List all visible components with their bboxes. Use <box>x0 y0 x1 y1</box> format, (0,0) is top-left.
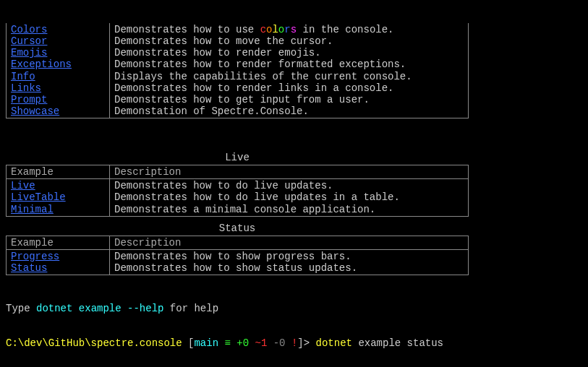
header-description: Description <box>110 236 469 249</box>
example-link[interactable]: Cursor <box>11 35 47 47</box>
example-link[interactable]: LiveTable <box>11 191 66 203</box>
example-link[interactable]: Live <box>11 180 35 191</box>
description-cell: Demonstrates how to show progress bars.D… <box>110 249 469 275</box>
top-examples-table: ColorsCursorEmojisExceptionsInfoLinksPro… <box>6 23 469 118</box>
example-link[interactable]: Status <box>11 262 47 274</box>
typed-command: dotnet <box>316 337 352 349</box>
table-header-row: ExampleDescription <box>7 165 469 179</box>
prompt-path: C:\dev\GitHub\spectre.console <box>6 337 182 349</box>
table-row: LiveLiveTableMinimalDemonstrates how to … <box>7 179 469 216</box>
example-link[interactable]: Progress <box>11 251 59 262</box>
help-command: dotnet example --help <box>36 303 163 314</box>
header-example: Example <box>7 236 110 249</box>
example-link[interactable]: Links <box>11 82 41 94</box>
example-link[interactable]: Showcase <box>11 105 59 117</box>
example-link[interactable]: Emojis <box>11 47 47 59</box>
git-branch: main <box>194 337 218 349</box>
example-link[interactable]: Prompt <box>11 94 47 105</box>
table-header-row: ExampleDescription <box>7 236 469 249</box>
example-link[interactable]: Minimal <box>11 204 54 215</box>
example-cell: ColorsCursorEmojisExceptionsInfoLinksPro… <box>7 23 110 118</box>
description-cell: Demonstrates how to use colors in the co… <box>110 23 469 118</box>
example-link[interactable]: Info <box>11 71 35 82</box>
typed-args: example status <box>358 337 443 349</box>
example-link[interactable]: Colors <box>11 24 47 35</box>
terminal-output: ColorsCursorEmojisExceptionsInfoLinksPro… <box>0 0 588 367</box>
examples-table: ExampleDescriptionProgressStatusDemonstr… <box>6 236 469 275</box>
table-row: ProgressStatusDemonstrates how to show p… <box>7 249 469 275</box>
section-title: Status <box>6 223 469 234</box>
examples-table: ExampleDescriptionLiveLiveTableMinimalDe… <box>6 165 469 216</box>
header-example: Example <box>7 165 110 179</box>
example-link[interactable]: Exceptions <box>11 59 72 70</box>
help-line: Type dotnet example --help for help <box>6 303 582 314</box>
description-cell: Demonstrates how to do live updates.Demo… <box>110 179 469 216</box>
prompt-line[interactable]: C:\dev\GitHub\spectre.console [main ≡ +0… <box>6 337 582 349</box>
example-cell: ProgressStatus <box>7 249 110 275</box>
section-title: Live <box>6 152 469 163</box>
table-row: ColorsCursorEmojisExceptionsInfoLinksPro… <box>7 23 469 118</box>
header-description: Description <box>110 165 469 179</box>
example-cell: LiveLiveTableMinimal <box>7 179 110 216</box>
